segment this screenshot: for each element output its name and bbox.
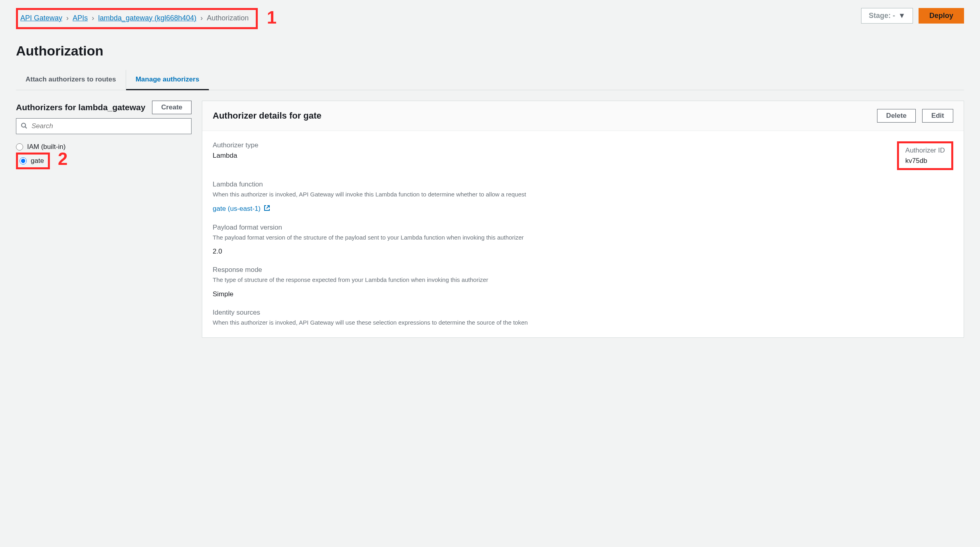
chevron-right-icon: › xyxy=(200,14,203,22)
chevron-right-icon: › xyxy=(66,14,69,22)
response-mode-label: Response mode xyxy=(213,266,953,274)
authorizer-option-label: gate xyxy=(31,157,44,165)
delete-button[interactable]: Delete xyxy=(877,109,916,123)
crumb-authorization: Authorization xyxy=(207,14,249,22)
authorizer-type-value: Lambda xyxy=(213,152,881,160)
external-link-icon xyxy=(264,205,270,213)
tabs: Attach authorizers to routes Manage auth… xyxy=(16,70,964,90)
edit-button[interactable]: Edit xyxy=(922,109,953,123)
create-button[interactable]: Create xyxy=(152,101,192,114)
identity-sources-desc: When this authorizer is invoked, API Gat… xyxy=(213,318,953,327)
lambda-function-link[interactable]: gate (us-east-1) xyxy=(213,205,270,213)
search-icon xyxy=(21,123,27,130)
page-title: Authorization xyxy=(16,43,964,59)
chevron-right-icon: › xyxy=(92,14,94,22)
authorizer-option-gate[interactable]: gate xyxy=(20,155,44,166)
identity-sources-label: Identity sources xyxy=(213,309,953,317)
authorizer-option-iam[interactable]: IAM (built-in) xyxy=(16,141,192,153)
tab-attach-authorizers[interactable]: Attach authorizers to routes xyxy=(16,70,126,90)
payload-version-desc: The payload format version of the struct… xyxy=(213,233,953,242)
radio-iam[interactable] xyxy=(16,143,23,151)
annotation-1: 1 xyxy=(267,8,277,28)
svg-point-0 xyxy=(22,123,26,127)
caret-down-icon: ▼ xyxy=(898,12,905,20)
payload-version-label: Payload format version xyxy=(213,224,953,232)
radio-gate[interactable] xyxy=(20,157,27,164)
breadcrumb: API Gateway › APIs › lambda_gateway (kgl… xyxy=(16,8,258,29)
authorizer-id-highlight: Authorizer ID kv75db xyxy=(897,141,953,170)
authorizers-list-title: Authorizers for lambda_gateway xyxy=(16,103,145,112)
search-input[interactable] xyxy=(16,118,192,134)
crumb-api-gateway[interactable]: API Gateway xyxy=(20,14,62,22)
crumb-lambda-gateway[interactable]: lambda_gateway (kgl668h404) xyxy=(98,14,196,22)
stage-label: Stage: - xyxy=(869,12,895,20)
authorizer-id-value: kv75db xyxy=(905,157,945,165)
tab-manage-authorizers[interactable]: Manage authorizers xyxy=(126,70,209,90)
stage-dropdown[interactable]: Stage: - ▼ xyxy=(861,8,913,24)
crumb-apis[interactable]: APIs xyxy=(73,14,88,22)
authorizer-type-label: Authorizer type xyxy=(213,141,881,149)
details-title: Authorizer details for gate xyxy=(213,111,322,121)
authorizer-id-label: Authorizer ID xyxy=(905,147,945,155)
lambda-function-label: Lambda function xyxy=(213,180,953,188)
deploy-button[interactable]: Deploy xyxy=(919,8,964,24)
payload-version-value: 2.0 xyxy=(213,248,953,256)
lambda-function-desc: When this authorizer is invoked, API Gat… xyxy=(213,190,953,199)
response-mode-desc: The type of structure of the response ex… xyxy=(213,275,953,285)
svg-line-1 xyxy=(25,127,27,129)
annotation-2: 2 xyxy=(58,149,67,169)
authorizer-details-panel: Authorizer details for gate Delete Edit … xyxy=(202,101,964,338)
response-mode-value: Simple xyxy=(213,290,953,298)
link-label: gate (us-east-1) xyxy=(213,205,261,213)
